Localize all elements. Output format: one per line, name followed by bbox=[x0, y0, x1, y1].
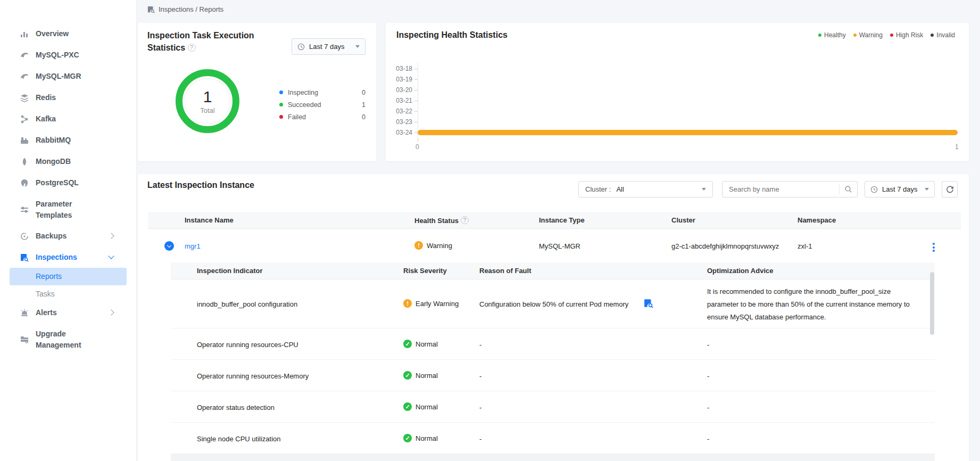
check-icon: ✓ bbox=[403, 371, 412, 380]
severity-badge: ✓ Normal bbox=[403, 340, 438, 348]
column-header-risk-severity: Risk Severity bbox=[403, 267, 447, 275]
card-title: Inspection Task Execution Statistics ? bbox=[147, 29, 273, 54]
sidebar-subitem-tasks[interactable]: Tasks bbox=[36, 290, 55, 298]
check-icon: ✓ bbox=[403, 340, 412, 348]
check-icon: ✓ bbox=[403, 434, 412, 442]
legend-dot bbox=[279, 90, 283, 94]
layers-icon bbox=[20, 94, 29, 102]
search-input[interactable] bbox=[722, 185, 839, 193]
cluster-cell: g2-c1-abcdefghijklmnopqrstuvwxyz bbox=[671, 242, 779, 250]
alarm-icon bbox=[20, 309, 29, 317]
table-row: mgr1 ! Warning MySQL-MGR g2-c1-abcdefghi… bbox=[148, 229, 961, 262]
subtable-row: innodb_buffer_pool configuration ! Early… bbox=[171, 279, 935, 328]
legend-value: 1 bbox=[362, 101, 366, 109]
legend-item-invalid[interactable]: Invalid bbox=[931, 31, 955, 39]
sidebar-item-rabbitmq[interactable]: RabbitMQ bbox=[20, 135, 127, 146]
sidebar: Overview MySQL-PXC MySQL-MGR Redis Kafka… bbox=[0, 0, 137, 461]
latest-inspection-card: Latest Inspection Instance Cluster : All… bbox=[138, 174, 969, 461]
x-tick-label: 0 bbox=[416, 143, 419, 151]
legend-dot bbox=[818, 34, 821, 37]
leaf-icon bbox=[20, 158, 29, 166]
view-report-icon[interactable] bbox=[644, 299, 653, 310]
help-icon[interactable]: ? bbox=[461, 216, 469, 224]
chevron-down-icon bbox=[702, 188, 706, 191]
sidebar-item-label: Inspections bbox=[36, 252, 102, 263]
breadcrumb-label: Inspections / Reports bbox=[159, 5, 223, 13]
legend-dot bbox=[279, 103, 283, 106]
scrollbar-thumb[interactable] bbox=[930, 272, 934, 335]
time-range-select[interactable]: Last 7 days bbox=[292, 38, 366, 55]
clock-icon bbox=[297, 43, 305, 51]
subtable-row: Operator running resources-CPU ✓ Normal … bbox=[171, 328, 935, 360]
advice-cell: - bbox=[707, 341, 709, 349]
reason-cell: - bbox=[479, 341, 481, 349]
reason-cell: - bbox=[479, 404, 481, 411]
legend-item-inspecting[interactable]: Inspecting 0 bbox=[279, 86, 366, 98]
column-header-cluster: Cluster bbox=[671, 216, 695, 224]
health-statistics-card: Inspecting Health Statistics Healthy War… bbox=[386, 23, 969, 161]
search-button[interactable] bbox=[839, 184, 857, 195]
severity-badge: ✓ Normal bbox=[403, 371, 438, 380]
collapse-row-button[interactable] bbox=[164, 241, 174, 251]
kebab-dot bbox=[933, 243, 935, 245]
chevron-down-icon bbox=[925, 188, 929, 191]
refresh-button[interactable] bbox=[942, 181, 958, 197]
refresh-icon bbox=[946, 185, 954, 193]
warning-icon: ! bbox=[403, 299, 412, 308]
sidebar-item-mongodb[interactable]: MongoDB bbox=[20, 156, 127, 167]
column-header-instance-type: Instance Type bbox=[539, 216, 585, 224]
dolphin-icon bbox=[20, 51, 29, 60]
inspection-report-icon bbox=[147, 6, 155, 13]
sidebar-item-mysql-pxc[interactable]: MySQL-PXC bbox=[20, 50, 127, 61]
cluster-filter-select[interactable]: Cluster : All bbox=[578, 181, 713, 197]
reason-cell: - bbox=[479, 435, 481, 443]
sidebar-subitem-reports-highlight[interactable] bbox=[10, 268, 127, 285]
sidebar-item-upgrade-management[interactable]: Upgrade Management bbox=[20, 328, 127, 351]
y-axis-label: 03-24 bbox=[388, 129, 412, 136]
sliders-icon bbox=[20, 205, 29, 214]
subtable-scrollbar[interactable] bbox=[930, 265, 934, 452]
y-axis-label: 03-19 bbox=[388, 76, 412, 83]
legend-item-failed[interactable]: Failed 0 bbox=[279, 111, 366, 123]
reason-cell: - bbox=[479, 372, 481, 380]
namespace-cell: zxl-1 bbox=[798, 242, 812, 250]
execution-donut-chart: 1 Total bbox=[176, 69, 239, 133]
y-axis-line bbox=[418, 62, 418, 139]
time-range-value: Last 7 days bbox=[309, 43, 351, 51]
sidebar-item-postgresql[interactable]: PostgreSQL bbox=[20, 177, 127, 188]
donut-center: 1 Total bbox=[185, 78, 230, 124]
legend-item-succeeded[interactable]: Succeeded 1 bbox=[279, 98, 366, 111]
donut-total-label: Total bbox=[200, 106, 214, 114]
row-actions-menu[interactable] bbox=[931, 241, 937, 254]
sidebar-item-overview[interactable]: Overview bbox=[20, 28, 127, 39]
time-range-select[interactable]: Last 7 days bbox=[865, 181, 935, 197]
indicator-cell: Operator status detection bbox=[197, 404, 275, 411]
legend-value: 0 bbox=[362, 89, 366, 96]
sidebar-item-label: Kafka bbox=[36, 113, 102, 125]
legend-item-high-risk[interactable]: High Risk bbox=[890, 31, 923, 39]
breadcrumb[interactable]: Inspections / Reports bbox=[147, 5, 223, 13]
indicator-cell: innodb_buffer_pool configuration bbox=[197, 300, 297, 308]
column-header-inspection-indicator: Inspection Indicator bbox=[197, 267, 263, 275]
subtable-row: Single node CPU utilization ✓ Normal - - bbox=[171, 423, 935, 454]
subtable-header-row bbox=[171, 262, 935, 279]
card-title: Inspecting Health Statistics bbox=[396, 30, 508, 40]
sidebar-subitem-reports[interactable]: Reports bbox=[36, 272, 62, 281]
sidebar-item-kafka[interactable]: Kafka bbox=[20, 113, 127, 125]
sidebar-item-parameter-templates[interactable]: Parameter Templates bbox=[20, 199, 127, 221]
sidebar-item-label: Redis bbox=[36, 92, 102, 103]
advice-cell: - bbox=[707, 404, 709, 411]
instance-name-link[interactable]: mgr1 bbox=[185, 242, 201, 250]
legend-label: Failed bbox=[288, 113, 362, 121]
severity-badge: ✓ Normal bbox=[403, 434, 438, 442]
clock-icon bbox=[870, 186, 878, 193]
column-header-optimization-advice: Optimization Advice bbox=[707, 267, 773, 275]
legend-item-healthy[interactable]: Healthy bbox=[818, 31, 846, 39]
sidebar-item-label: Upgrade Management bbox=[36, 328, 102, 351]
sidebar-item-mysql-mgr[interactable]: MySQL-MGR bbox=[20, 71, 127, 82]
help-icon[interactable]: ? bbox=[188, 44, 196, 52]
chevron-down-icon bbox=[167, 243, 171, 247]
sidebar-item-redis[interactable]: Redis bbox=[20, 92, 127, 103]
legend-item-warning[interactable]: Warning bbox=[853, 31, 883, 39]
execution-statistics-card: Inspection Task Execution Statistics ? L… bbox=[138, 23, 376, 161]
